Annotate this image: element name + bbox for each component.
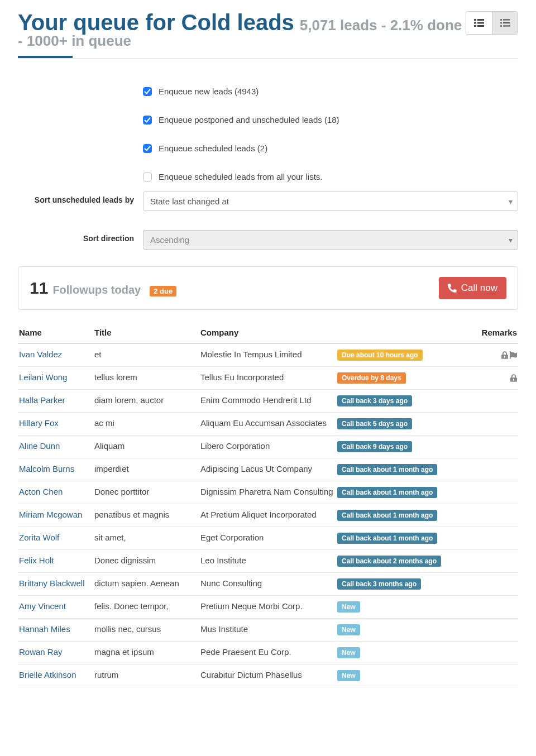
lead-title: rutrum <box>93 664 199 687</box>
lead-remarks <box>448 343 518 367</box>
svg-rect-1 <box>477 19 484 21</box>
lead-company: Mus Institute <box>199 619 336 642</box>
enqueue-label-0: Enqueue new leads (4943) <box>159 87 259 96</box>
status-badge: Call back about 1 month ago <box>337 487 437 498</box>
status-badge: New <box>337 647 360 658</box>
followups-count: 11 <box>30 279 48 298</box>
th-title: Title <box>93 322 199 343</box>
lead-name-link[interactable]: Aline Dunn <box>19 441 60 451</box>
enqueue-checkbox-1[interactable] <box>143 116 152 125</box>
lead-remarks <box>448 619 518 642</box>
sort-by-select[interactable]: State last changed at ▾ <box>143 192 518 211</box>
lead-company: Molestie In Tempus Limited <box>199 343 336 367</box>
table-row: Halla Parkerdiam lorem, auctorEnim Commo… <box>18 390 518 413</box>
view-list-button[interactable] <box>492 12 518 34</box>
lead-remarks <box>448 550 518 573</box>
lead-remarks <box>448 527 518 550</box>
table-row: Zorita Wolfsit amet,Eget CorporationCall… <box>18 527 518 550</box>
lead-company: Pretium Neque Morbi Corp. <box>199 596 336 619</box>
enqueue-checkbox-2[interactable] <box>143 144 152 153</box>
due-badge: 2 due <box>150 286 176 296</box>
lead-name-link[interactable]: Brittany Blackwell <box>19 578 85 588</box>
caret-down-icon: ▾ <box>509 236 513 245</box>
lead-name-link[interactable]: Miriam Mcgowan <box>19 510 82 519</box>
table-row: Rowan Raymagna et ipsumPede Praesent Eu … <box>18 642 518 664</box>
lead-company: Leo Institute <box>199 550 336 573</box>
sort-direction-label: Sort direction <box>18 230 143 248</box>
status-badge: New <box>337 601 360 613</box>
enqueue-label-2: Enqueue scheduled leads (2) <box>159 143 267 153</box>
svg-point-6 <box>500 19 502 21</box>
table-row: Malcolm BurnsimperdietAdipiscing Lacus U… <box>18 458 518 481</box>
lead-title: Donec porttitor <box>93 481 199 504</box>
status-badge: Call back about 2 months ago <box>337 556 441 567</box>
status-badge: Call back 9 days ago <box>337 441 412 452</box>
svg-point-8 <box>500 22 502 24</box>
call-now-label: Call now <box>461 283 497 294</box>
enqueue-checkbox-3[interactable] <box>143 173 152 181</box>
lead-company: Curabitur Dictum Phasellus <box>199 664 336 687</box>
lead-company: Libero Corporation <box>199 436 336 458</box>
caret-down-icon: ▾ <box>509 197 513 206</box>
svg-rect-3 <box>477 22 484 24</box>
svg-rect-7 <box>503 20 510 21</box>
table-row: Acton ChenDonec porttitorDignissim Phare… <box>18 481 518 504</box>
table-row: Hillary Foxac miAliquam Eu Accumsan Asso… <box>18 413 518 436</box>
lead-company: Enim Commodo Hendrerit Ltd <box>199 390 336 413</box>
lead-name-link[interactable]: Ivan Valdez <box>19 350 62 359</box>
svg-rect-9 <box>503 22 510 23</box>
status-badge: Call back 5 days ago <box>337 418 412 429</box>
lead-name-link[interactable]: Hillary Fox <box>19 418 59 428</box>
lead-title: sit amet, <box>93 527 199 550</box>
svg-rect-0 <box>474 19 476 21</box>
lock-icon <box>510 374 517 382</box>
list-icon <box>500 19 510 27</box>
lead-company: Nunc Consulting <box>199 573 336 596</box>
followups-panel: 11 Followups today 2 due Call now <box>18 266 518 310</box>
enqueue-checkbox-0[interactable] <box>143 87 152 96</box>
call-now-button[interactable]: Call now <box>439 277 506 299</box>
enqueue-label-3: Enqueue scheduled leads from all your li… <box>159 172 323 181</box>
lead-remarks <box>448 596 518 619</box>
status-badge: Call back 3 days ago <box>337 395 412 406</box>
leads-table: Name Title Company Remarks Ivan Valdezet… <box>18 322 518 687</box>
lead-name-link[interactable]: Amy Vincent <box>19 601 66 611</box>
lead-remarks <box>448 390 518 413</box>
lock-icon <box>501 351 508 359</box>
lead-company: Pede Praesent Eu Corp. <box>199 642 336 664</box>
lead-company: At Pretium Aliquet Incorporated <box>199 504 336 527</box>
lead-title: dictum sapien. Aenean <box>93 573 199 596</box>
enqueue-label-1: Enqueue postponed and unscheduled leads … <box>159 115 339 125</box>
lead-company: Aliquam Eu Accumsan Associates <box>199 413 336 436</box>
th-status <box>336 322 448 343</box>
lead-name-link[interactable]: Hannah Miles <box>19 624 70 634</box>
table-row: Miriam Mcgowanpenatibus et magnisAt Pret… <box>18 504 518 527</box>
lead-name-link[interactable]: Malcolm Burns <box>19 464 74 473</box>
lead-name-link[interactable]: Felix Holt <box>19 556 54 565</box>
lead-name-link[interactable]: Leilani Wong <box>19 372 67 382</box>
sort-direction-select[interactable]: Ascending ▾ <box>143 230 518 250</box>
lead-name-link[interactable]: Zorita Wolf <box>19 533 59 542</box>
status-badge: Due about 10 hours ago <box>337 350 423 361</box>
lead-name-link[interactable]: Halla Parker <box>19 395 65 405</box>
table-row: Brielle AtkinsonrutrumCurabitur Dictum P… <box>18 664 518 687</box>
view-toggle <box>466 11 518 35</box>
lead-name-link[interactable]: Acton Chen <box>19 487 63 496</box>
table-row: Felix HoltDonec dignissimLeo InstituteCa… <box>18 550 518 573</box>
lead-title: Donec dignissim <box>93 550 199 573</box>
table-row: Hannah Milesmollis nec, cursusMus Instit… <box>18 619 518 642</box>
status-badge: New <box>337 624 360 635</box>
svg-rect-11 <box>503 26 510 27</box>
sort-by-label: Sort unscheduled leads by <box>18 192 143 209</box>
status-badge: Call back about 1 month ago <box>337 510 437 521</box>
lead-remarks <box>448 504 518 527</box>
lead-remarks <box>448 413 518 436</box>
view-grid-button[interactable] <box>466 12 492 34</box>
lead-remarks <box>448 458 518 481</box>
lead-company: Adipiscing Lacus Ut Company <box>199 458 336 481</box>
status-badge: Overdue by 8 days <box>337 372 406 384</box>
lead-name-link[interactable]: Rowan Ray <box>19 647 63 657</box>
table-row: Amy Vincentfelis. Donec tempor,Pretium N… <box>18 596 518 619</box>
phone-icon <box>448 284 457 293</box>
lead-name-link[interactable]: Brielle Atkinson <box>19 670 76 680</box>
